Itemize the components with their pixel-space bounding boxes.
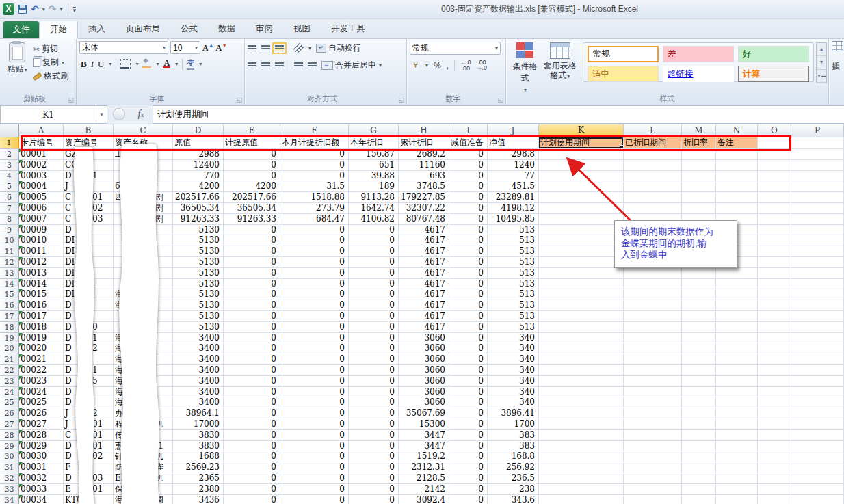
cell-L25[interactable]: [624, 397, 682, 408]
cell-B29[interactable]: D01: [64, 441, 114, 452]
cell-K16[interactable]: [539, 300, 624, 311]
cell-J3[interactable]: 1240: [488, 160, 539, 171]
cell-M30[interactable]: [682, 451, 716, 462]
cell-O34[interactable]: [758, 495, 791, 504]
cell-F2[interactable]: 0: [280, 149, 349, 160]
cell-I19[interactable]: 0: [449, 333, 488, 344]
cell-O33[interactable]: [758, 484, 791, 495]
cell-E3[interactable]: 0: [224, 160, 280, 171]
cell-J6[interactable]: 23289.81: [488, 192, 539, 203]
cell-K28[interactable]: [539, 430, 624, 441]
cell-E23[interactable]: 0: [224, 376, 280, 387]
cell-P23[interactable]: [791, 376, 844, 387]
align-left-button[interactable]: [248, 62, 256, 68]
cell-H1[interactable]: 累计折旧: [399, 137, 449, 149]
cell-J31[interactable]: 256.92: [488, 462, 539, 473]
cell-P16[interactable]: [791, 300, 844, 311]
cell-D28[interactable]: 3830: [173, 430, 224, 441]
cell-J22[interactable]: 340: [488, 365, 539, 376]
cell-H8[interactable]: 80767.48: [399, 214, 449, 225]
cell-P3[interactable]: [791, 160, 844, 171]
cell-F34[interactable]: 0: [280, 495, 349, 504]
cell-G27[interactable]: 0: [349, 419, 399, 430]
cell-D12[interactable]: 5130: [173, 257, 224, 268]
cell-F26[interactable]: 0: [280, 408, 349, 419]
cell-I26[interactable]: 0: [449, 408, 488, 419]
column-header-A[interactable]: A: [19, 124, 64, 137]
column-header-I[interactable]: I: [449, 124, 488, 137]
italic-button[interactable]: I: [91, 59, 94, 70]
cell-L6[interactable]: [624, 192, 682, 203]
fill-color-button[interactable]: [142, 59, 151, 68]
cell-K8[interactable]: [539, 214, 624, 225]
cell-F24[interactable]: 0: [280, 387, 349, 398]
cell-C16[interactable]: 海: [114, 300, 173, 311]
cell-P22[interactable]: [791, 365, 844, 376]
cell-H4[interactable]: 693: [399, 171, 449, 182]
row-header-11[interactable]: 11: [0, 246, 19, 257]
row-header-2[interactable]: 2: [0, 149, 19, 160]
cell-I29[interactable]: 0: [449, 441, 488, 452]
cell-I31[interactable]: 0: [449, 462, 488, 473]
font-name-select[interactable]: 宋体▾: [79, 41, 168, 54]
row-header-20[interactable]: 20: [0, 343, 19, 354]
cell-K12[interactable]: [539, 257, 624, 268]
cell-B14[interactable]: DI: [64, 279, 114, 290]
cell-K25[interactable]: [539, 397, 624, 408]
cell-I33[interactable]: 0: [449, 484, 488, 495]
cell-E14[interactable]: 0: [224, 279, 280, 290]
cell-M2[interactable]: [682, 149, 716, 160]
column-header-C[interactable]: C: [114, 124, 173, 137]
cell-D26[interactable]: 38964.1: [173, 408, 224, 419]
cell-K19[interactable]: [539, 333, 624, 344]
formula-input[interactable]: 计划使用期间: [153, 105, 844, 124]
cell-F10[interactable]: 0: [280, 235, 349, 246]
cell-A20[interactable]: 00020: [19, 343, 64, 354]
cell-E19[interactable]: 0: [224, 333, 280, 344]
cell-C14[interactable]: [114, 279, 173, 290]
cell-H30[interactable]: 1519.2: [399, 451, 449, 462]
cell-I22[interactable]: 0: [449, 365, 488, 376]
cell-M13[interactable]: [682, 268, 716, 279]
cell-H11[interactable]: 4617: [399, 246, 449, 257]
cell-N24[interactable]: [716, 387, 758, 398]
cell-M33[interactable]: [682, 484, 716, 495]
font-color-button[interactable]: A: [163, 59, 170, 68]
cell-L3[interactable]: [624, 160, 682, 171]
comma-style-button[interactable]: ,: [447, 61, 449, 70]
cell-O2[interactable]: [758, 149, 791, 160]
row-header-18[interactable]: 18: [0, 322, 19, 333]
accounting-format-button[interactable]: ￥: [412, 60, 419, 70]
cell-P7[interactable]: [791, 203, 844, 214]
tab-审阅[interactable]: 审阅: [246, 21, 283, 38]
cell-H14[interactable]: 4617: [399, 279, 449, 290]
cell-P24[interactable]: [791, 387, 844, 398]
cell-G15[interactable]: 0: [349, 289, 399, 300]
cell-O20[interactable]: [758, 343, 791, 354]
cell-A17[interactable]: 00017: [19, 311, 64, 322]
cell-D11[interactable]: 5130: [173, 246, 224, 257]
cell-I12[interactable]: 0: [449, 257, 488, 268]
number-dialog-launcher-icon[interactable]: ◱: [497, 96, 503, 103]
row-header-30[interactable]: 30: [0, 451, 19, 462]
cell-H29[interactable]: 3447: [399, 441, 449, 452]
merge-dropdown-icon[interactable]: ▾: [379, 62, 382, 68]
cell-B12[interactable]: DI: [64, 257, 114, 268]
cell-P14[interactable]: [791, 279, 844, 290]
cell-P17[interactable]: [791, 311, 844, 322]
cell-L30[interactable]: [624, 451, 682, 462]
cell-H24[interactable]: 3060: [399, 387, 449, 398]
cell-F28[interactable]: 0: [280, 430, 349, 441]
cell-A26[interactable]: 00026: [19, 408, 64, 419]
cell-O4[interactable]: [758, 171, 791, 182]
cell-L24[interactable]: [624, 387, 682, 398]
cell-B16[interactable]: D: [64, 300, 114, 311]
cell-F21[interactable]: 0: [280, 354, 349, 365]
underline-button[interactable]: U: [98, 59, 104, 70]
wrap-text-button[interactable]: ↵自动换行: [316, 42, 361, 54]
cell-J8[interactable]: 10495.85: [488, 214, 539, 225]
tab-公式[interactable]: 公式: [170, 21, 208, 38]
cell-O7[interactable]: [758, 203, 791, 214]
cell-H31[interactable]: 2312.31: [399, 462, 449, 473]
cell-A5[interactable]: 00004: [19, 181, 64, 192]
